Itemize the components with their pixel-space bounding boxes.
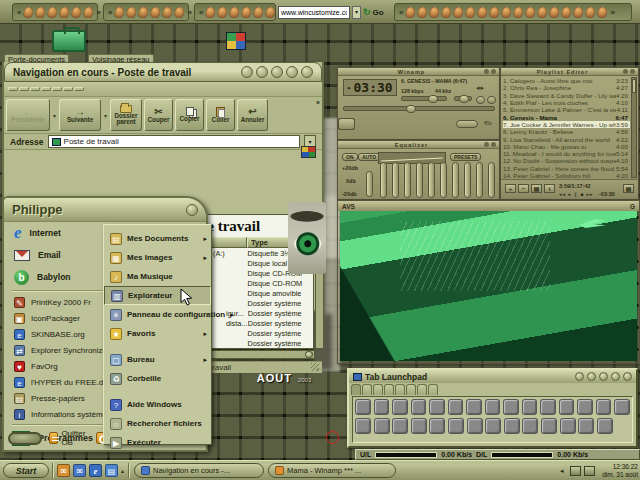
playlist-item[interactable]: 2. Chris Rea - Josephine 4:27 xyxy=(503,84,630,91)
submenu-item[interactable]: ○ Rechercher fichiers xyxy=(104,414,211,433)
avs-titlebar[interactable]: AVS G xyxy=(338,201,639,211)
window-button[interactable] xyxy=(587,372,596,381)
launchpad-tab[interactable] xyxy=(417,384,427,395)
eq-band-slider[interactable] xyxy=(416,162,423,198)
cut-button[interactable]: ✂ Couper xyxy=(144,99,173,131)
chevron-right-icon[interactable]: » xyxy=(186,8,192,17)
volume-slider[interactable] xyxy=(401,96,447,101)
menu-item[interactable] xyxy=(19,87,29,91)
winamp-titlebar[interactable]: Winamp xyxy=(338,68,499,76)
minimize-button[interactable] xyxy=(271,66,283,78)
submenu-item[interactable]: ▦ Mes Images ▸ xyxy=(104,248,211,267)
dock-shortcut-icon[interactable] xyxy=(561,6,572,19)
close-button[interactable] xyxy=(630,69,635,74)
playlist-list-button[interactable]: ▤ xyxy=(623,184,634,193)
launcher-icon[interactable] xyxy=(411,418,427,434)
copy-button[interactable]: Copier xyxy=(175,99,204,131)
menu-item[interactable] xyxy=(8,87,18,91)
launcher-icon[interactable] xyxy=(614,399,630,415)
parent-folder-button[interactable]: Dossier parent xyxy=(110,99,142,131)
dock-shortcut-icon[interactable] xyxy=(205,6,216,19)
balance-thumb[interactable] xyxy=(459,95,469,103)
track-title[interactable]: 6. GENESIS - MAMA (6:47) xyxy=(401,78,475,86)
submenu-item[interactable]: ▶ Exécuter xyxy=(104,433,211,452)
briefcase-icon[interactable] xyxy=(52,30,86,52)
menu-item[interactable] xyxy=(30,87,40,91)
playlist-scrollbar[interactable] xyxy=(631,77,637,178)
dock-shortcut-icon[interactable] xyxy=(59,6,70,19)
launcher-icon[interactable] xyxy=(578,418,594,434)
launcher-icon[interactable] xyxy=(560,418,576,434)
tray-icon[interactable] xyxy=(570,466,581,476)
launcher-icon[interactable] xyxy=(448,418,464,434)
launcher-icon[interactable] xyxy=(541,418,557,434)
scrollbar-button[interactable] xyxy=(305,351,313,358)
launchpad-tab[interactable] xyxy=(395,384,405,395)
playlist-misc-button[interactable]: i xyxy=(544,184,555,193)
quick-launch-more[interactable]: ▴ xyxy=(121,467,124,474)
close-button[interactable] xyxy=(491,142,496,147)
submenu-item[interactable]: ♪ Ma Musique xyxy=(104,267,211,286)
playlist-toggle[interactable] xyxy=(487,96,496,104)
explorer-titlebar[interactable]: Navigation en cours - Poste de travail xyxy=(4,62,322,82)
transport-button[interactable] xyxy=(338,118,355,130)
eq-band-slider[interactable] xyxy=(404,162,411,198)
shade-button[interactable] xyxy=(484,69,489,74)
tray-clock[interactable]: 12:36:22 dim. 31 août xyxy=(598,463,638,479)
dock-shortcut-icon[interactable] xyxy=(265,6,276,19)
playlist-item[interactable]: 9. Lisa Stansfield - All around the worl… xyxy=(503,135,630,142)
playlist-item[interactable]: 4. Edith Piaf - Les trois cloches 4:10 xyxy=(503,99,630,106)
submenu-item[interactable]: ▤ Mes Documents ▸ xyxy=(104,229,211,248)
back-button[interactable]: ← Précédente xyxy=(6,99,50,131)
playlist-item[interactable]: 8. Lenny Kravitz - Believe 4:56 xyxy=(503,128,630,135)
launcher-icon[interactable] xyxy=(485,399,501,415)
ie-icon[interactable]: e xyxy=(89,464,102,477)
dock-shortcut-icon[interactable] xyxy=(417,6,428,19)
launcher-icon[interactable] xyxy=(392,418,408,434)
launcher-icon[interactable] xyxy=(522,418,538,434)
submenu-item[interactable]: ♻ Corbeille xyxy=(104,369,211,388)
dock-shortcut-icon[interactable] xyxy=(465,6,476,19)
dock-shortcut-icon[interactable] xyxy=(174,6,185,19)
dock-shortcut-icon[interactable] xyxy=(71,6,82,19)
playlist-item[interactable]: 13. Peter Gabriel - Here comes the flood… xyxy=(503,165,630,172)
url-input[interactable] xyxy=(278,6,350,19)
chevron-left-icon[interactable]: « xyxy=(198,8,204,17)
submenu-item[interactable]: ▢ Bureau ▸ xyxy=(104,350,211,369)
launcher-icon[interactable] xyxy=(429,418,445,434)
chevron-left-icon[interactable]: « xyxy=(107,8,113,17)
launchpad-tab[interactable] xyxy=(351,384,361,395)
chevron-left-icon[interactable]: « xyxy=(16,8,22,17)
quit-ob-button[interactable]: Quitter OB xyxy=(49,429,89,447)
balance-slider[interactable] xyxy=(454,96,472,101)
eq-band-slider[interactable] xyxy=(380,162,387,198)
playlist-item[interactable]: 12. No Doubt - Suspension without suspen… xyxy=(503,157,630,164)
dock-shortcut-icon[interactable] xyxy=(229,6,240,19)
shortcut-icon[interactable] xyxy=(226,32,246,50)
eq-toggle[interactable] xyxy=(476,96,485,104)
task-button-winamp[interactable]: Mama - Winamp *** ... xyxy=(268,463,396,478)
launcher-icon[interactable] xyxy=(467,418,483,434)
chevron-right-icon[interactable]: » xyxy=(609,8,615,17)
playlist-item[interactable]: 6. Genesis - Mama 6:47 xyxy=(503,113,630,120)
start-menu-button[interactable] xyxy=(186,204,198,216)
dock-shortcut-icon[interactable] xyxy=(150,6,161,19)
launcher-icon[interactable] xyxy=(466,399,482,415)
eq-band-slider[interactable] xyxy=(428,162,435,198)
submenu-item[interactable]: ▥ Explorateur xyxy=(104,286,211,305)
dock-shortcut-icon[interactable] xyxy=(217,6,228,19)
resize-grip[interactable] xyxy=(311,363,319,371)
menu-item[interactable] xyxy=(74,87,84,91)
playlist-mini-transport[interactable]: ◂◂ ▸ ∥ ■ ▸▸ xyxy=(559,191,594,197)
tray-icon[interactable] xyxy=(584,466,595,476)
submenu-item[interactable]: ? Aide Windows xyxy=(104,395,211,414)
dock-shortcut-icon[interactable] xyxy=(429,6,440,19)
eq-presets-button[interactable]: PRESETS xyxy=(450,153,481,161)
launchpad-titlebar[interactable]: Tab Launchpad xyxy=(349,370,636,383)
undo-button[interactable]: ↩ Annuler xyxy=(237,99,268,131)
shade-button[interactable] xyxy=(623,69,628,74)
start-button[interactable]: Start xyxy=(3,463,49,478)
dock-shortcut-icon[interactable] xyxy=(114,6,125,19)
playlist-remove-button[interactable]: − xyxy=(518,184,529,193)
chevron-right-icon[interactable]: » xyxy=(95,8,101,17)
